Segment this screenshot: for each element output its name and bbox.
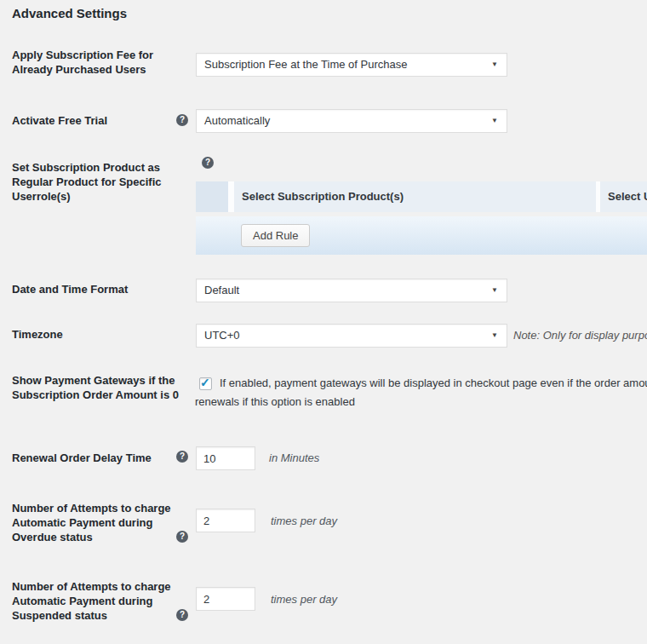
table-header-product: Select Subscription Product(s) bbox=[234, 181, 596, 212]
subscription-fee-label: Apply Subscription Fee for Already Purch… bbox=[12, 48, 186, 77]
userrole-rules-table: Select Subscription Product(s) Select Us… bbox=[196, 181, 647, 255]
suspended-attempts-suffix: times per day bbox=[271, 593, 337, 606]
renewal-delay-suffix: in Minutes bbox=[269, 451, 319, 464]
show-gateways-checkbox[interactable]: ✓ bbox=[199, 377, 212, 390]
advanced-settings-page: Advanced Settings Apply Subscription Fee… bbox=[0, 0, 647, 644]
suspended-attempts-input[interactable] bbox=[196, 587, 255, 611]
help-icon[interactable]: ? bbox=[176, 114, 188, 126]
regular-product-label: Set Subscription Product as Regular Prod… bbox=[12, 160, 186, 204]
table-header-userrole: Select Userrole(s) bbox=[600, 181, 647, 212]
show-gateways-label: Show Payment Gateways if the Subscriptio… bbox=[12, 373, 186, 402]
suspended-attempts-label: Number of Attempts to charge Automatic P… bbox=[12, 579, 186, 623]
timezone-label: Timezone bbox=[12, 327, 186, 342]
overdue-attempts-label: Number of Attempts to charge Automatic P… bbox=[12, 501, 186, 544]
timezone-select[interactable]: UTC+0 ▼ bbox=[196, 324, 507, 348]
help-icon[interactable]: ? bbox=[176, 609, 188, 621]
help-icon[interactable]: ? bbox=[176, 451, 188, 463]
datetime-format-label: Date and Time Format bbox=[12, 282, 186, 296]
chevron-down-icon: ▼ bbox=[491, 110, 498, 132]
datetime-format-select-value: Default bbox=[204, 284, 239, 296]
table-row: Add Rule bbox=[196, 216, 647, 255]
help-icon[interactable]: ? bbox=[176, 531, 188, 543]
renewal-delay-label: Renewal Order Delay Time bbox=[12, 451, 186, 465]
table-header-empty bbox=[196, 181, 228, 212]
check-icon: ✓ bbox=[200, 376, 210, 389]
overdue-attempts-suffix: times per day bbox=[271, 515, 337, 527]
chevron-down-icon: ▼ bbox=[491, 325, 498, 347]
free-trial-select[interactable]: Automatically ▼ bbox=[196, 109, 507, 133]
renewal-delay-input[interactable] bbox=[196, 446, 255, 470]
show-gateways-description-line2: renewals if this option is enabled bbox=[195, 395, 355, 408]
table-divider bbox=[228, 181, 234, 212]
page-title: Advanced Settings bbox=[12, 6, 127, 20]
subscription-fee-select[interactable]: Subscription Fee at the Time of Purchase… bbox=[196, 53, 507, 77]
chevron-down-icon: ▼ bbox=[491, 279, 498, 302]
timezone-note: Note: Only for display purpose in bbox=[513, 329, 647, 342]
datetime-format-select[interactable]: Default ▼ bbox=[196, 279, 507, 302]
timezone-select-value: UTC+0 bbox=[204, 329, 240, 342]
show-gateways-description-line1: If enabled, payment gateways will be dis… bbox=[220, 377, 647, 389]
help-icon[interactable]: ? bbox=[202, 157, 214, 169]
add-rule-button[interactable]: Add Rule bbox=[241, 224, 310, 247]
free-trial-select-value: Automatically bbox=[204, 114, 270, 127]
subscription-fee-select-value: Subscription Fee at the Time of Purchase bbox=[204, 58, 407, 71]
overdue-attempts-input[interactable] bbox=[196, 509, 255, 532]
free-trial-label: Activate Free Trial bbox=[12, 113, 186, 128]
chevron-down-icon: ▼ bbox=[491, 54, 498, 76]
